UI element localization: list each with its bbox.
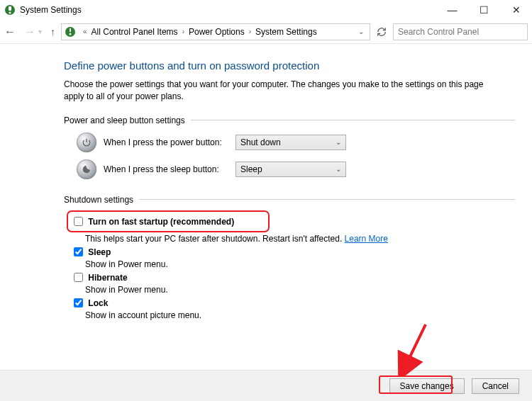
lock-description: Show in account picture menu. bbox=[85, 310, 515, 320]
address-bar: ← → ▾ ↑ « All Control Panel Items › Powe… bbox=[0, 20, 532, 44]
option-label: Lock bbox=[88, 298, 108, 308]
option-fast-startup: Turn on fast startup (recommended) bbox=[71, 215, 265, 228]
breadcrumb-item[interactable]: Power Options bbox=[189, 27, 245, 37]
chevron-icon: « bbox=[79, 28, 92, 35]
section-shutdown: Shutdown settings bbox=[64, 195, 515, 205]
fast-startup-checkbox[interactable] bbox=[74, 217, 83, 226]
main-content: Define power buttons and turn on passwor… bbox=[0, 44, 532, 320]
divider bbox=[191, 120, 515, 120]
svg-point-4 bbox=[70, 33, 72, 35]
cancel-button[interactable]: Cancel bbox=[472, 378, 519, 394]
section-power-sleep: Power and sleep button settings bbox=[64, 115, 515, 125]
search-placeholder: Search Control Panel bbox=[398, 27, 479, 37]
option-lock: Lock Show in account picture menu. bbox=[71, 296, 515, 320]
back-button[interactable]: ← bbox=[4, 26, 16, 38]
sleep-button-select[interactable]: Sleep ⌄ bbox=[235, 162, 346, 177]
select-value: Shut down bbox=[240, 137, 281, 147]
svg-rect-1 bbox=[9, 6, 11, 11]
app-icon bbox=[4, 4, 16, 16]
maximize-button[interactable]: ☐ bbox=[468, 0, 500, 20]
fast-startup-description: This helps start your PC faster after sh… bbox=[85, 234, 515, 244]
hibernate-description: Show in Power menu. bbox=[85, 285, 515, 295]
chevron-icon: › bbox=[178, 28, 189, 35]
power-button-select[interactable]: Shut down ⌄ bbox=[235, 135, 346, 150]
power-icon bbox=[77, 132, 96, 152]
sleep-description: Show in Power menu. bbox=[85, 259, 515, 269]
chevron-down-icon: ⌄ bbox=[336, 165, 341, 173]
option-hibernate: Hibernate Show in Power menu. bbox=[71, 271, 515, 295]
svg-point-2 bbox=[9, 12, 11, 14]
page-heading: Define power buttons and turn on passwor… bbox=[64, 60, 515, 72]
divider bbox=[139, 199, 515, 200]
recent-dropdown[interactable]: ▾ bbox=[38, 28, 42, 35]
learn-more-link[interactable]: Learn More bbox=[345, 234, 388, 244]
address-dropdown-icon[interactable]: ⌄ bbox=[355, 28, 367, 35]
svg-line-5 bbox=[404, 324, 426, 368]
annotation-highlight-fast-startup: Turn on fast startup (recommended) bbox=[67, 210, 270, 232]
section-title: Power and sleep button settings bbox=[64, 115, 185, 125]
chevron-down-icon: ⌄ bbox=[336, 138, 341, 146]
power-button-label: When I press the power button: bbox=[104, 137, 228, 147]
window-title: System Settings bbox=[20, 5, 82, 15]
search-input[interactable]: Search Control Panel bbox=[393, 23, 528, 40]
save-changes-button[interactable]: Save changes bbox=[389, 378, 465, 394]
sleep-icon bbox=[77, 159, 96, 179]
option-label: Sleep bbox=[88, 247, 111, 257]
sleep-button-label: When I press the sleep button: bbox=[104, 164, 228, 174]
sleep-checkbox[interactable] bbox=[74, 247, 83, 256]
chevron-icon: › bbox=[245, 28, 255, 35]
breadcrumb-item[interactable]: All Control Panel Items bbox=[92, 27, 178, 37]
refresh-button[interactable] bbox=[373, 23, 390, 40]
breadcrumb-item[interactable]: System Settings bbox=[255, 27, 317, 37]
titlebar: System Settings — ☐ ✕ bbox=[0, 0, 532, 20]
action-bar: Save changes Cancel bbox=[0, 370, 532, 401]
breadcrumb-bar[interactable]: « All Control Panel Items › Power Option… bbox=[61, 23, 370, 40]
forward-button[interactable]: → bbox=[24, 26, 35, 38]
up-button[interactable]: ↑ bbox=[50, 26, 55, 38]
page-description: Choose the power settings that you want … bbox=[64, 79, 489, 103]
option-label: Turn on fast startup (recommended) bbox=[88, 217, 234, 227]
option-label: Hibernate bbox=[88, 273, 127, 283]
section-title: Shutdown settings bbox=[64, 195, 133, 205]
hibernate-checkbox[interactable] bbox=[74, 273, 83, 282]
control-panel-icon bbox=[65, 26, 76, 38]
select-value: Sleep bbox=[240, 164, 262, 174]
close-window-button[interactable]: ✕ bbox=[500, 0, 532, 20]
option-sleep: Sleep Show in Power menu. bbox=[71, 245, 515, 269]
minimize-button[interactable]: — bbox=[436, 0, 468, 20]
annotation-arrow bbox=[392, 322, 434, 377]
lock-checkbox[interactable] bbox=[74, 298, 83, 307]
